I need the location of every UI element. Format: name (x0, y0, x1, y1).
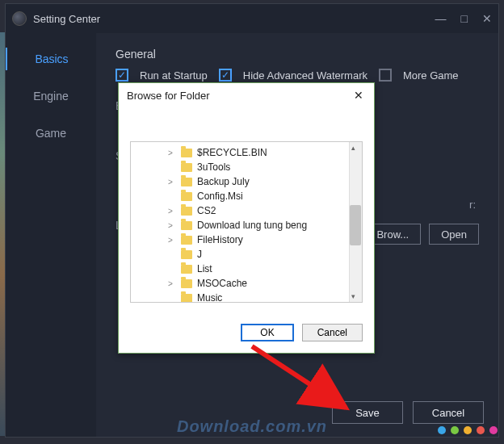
watermark-dots (438, 426, 498, 434)
folder-name: Backup July (197, 176, 250, 187)
dialog-ok-button[interactable]: OK (241, 324, 293, 341)
folder-row[interactable]: J (131, 247, 362, 262)
watermark-dot (438, 426, 446, 434)
maximize-button[interactable]: □ (461, 12, 468, 25)
sidebar: Basics Engine Game (6, 33, 96, 437)
folder-icon (181, 163, 192, 172)
watermark-dot (489, 426, 498, 434)
scrollbar-thumb[interactable] (350, 205, 361, 245)
path-fragment: r: (469, 199, 476, 211)
folder-row[interactable]: List (131, 262, 362, 276)
folder-name: Config.Msi (197, 191, 243, 202)
label-run-startup: Run at Startup (140, 69, 208, 82)
folder-icon (181, 279, 192, 288)
footer-buttons: Save Cancel (332, 401, 484, 424)
scroll-up-icon[interactable]: ▴ (351, 144, 359, 152)
watermark-dot (464, 426, 472, 434)
label-more-game: More Game (403, 69, 459, 82)
app-icon (12, 11, 27, 26)
folder-row[interactable]: >Backup July (131, 174, 362, 189)
general-options-row: ✓ Run at Startup ✓ Hide Advanced Waterma… (116, 69, 479, 82)
watermark: Download.com.vn (177, 417, 327, 436)
window-title: Setting Center (33, 13, 100, 25)
folder-name: J (197, 249, 202, 260)
save-button[interactable]: Save (332, 401, 403, 424)
sidebar-item-game[interactable]: Game (6, 122, 96, 145)
folder-row[interactable]: >Download lung tung beng (131, 218, 362, 232)
section-general: General (116, 48, 479, 61)
label-hide-watermark: Hide Advanced Watermark (243, 69, 368, 82)
folder-icon (181, 178, 192, 186)
folder-row[interactable]: >CS2 (131, 203, 362, 218)
folder-icon (181, 149, 192, 157)
close-button[interactable]: ✕ (482, 12, 492, 25)
folder-icon (181, 236, 192, 245)
chevron-right-icon[interactable]: > (168, 178, 176, 186)
dialog-titlebar: Browse for Folder ✕ (119, 83, 374, 107)
folder-row[interactable]: >FileHistory (131, 232, 362, 247)
folder-row[interactable]: >MSOCache (131, 276, 362, 291)
folder-name: Music (197, 292, 222, 303)
folder-name: FileHistory (197, 234, 243, 245)
dialog-cancel-button[interactable]: Cancel (302, 324, 363, 341)
watermark-dot (477, 426, 485, 434)
chevron-right-icon[interactable]: > (168, 149, 176, 157)
watermark-dot (451, 426, 459, 434)
folder-row[interactable]: Music (131, 291, 362, 303)
open-button[interactable]: Open (429, 224, 479, 245)
folder-name: Download lung tung beng (197, 220, 307, 231)
folder-icon (181, 207, 192, 216)
chevron-right-icon[interactable]: > (168, 236, 176, 245)
folder-name: MSOCache (197, 278, 247, 289)
dialog-title: Browse for Folder (127, 90, 210, 102)
window-controls: — □ ✕ (435, 12, 492, 25)
folder-tree[interactable]: >$RECYCLE.BIN3uTools>Backup JulyConfig.M… (130, 141, 363, 303)
dialog-close-icon[interactable]: ✕ (351, 88, 366, 103)
folder-icon (181, 221, 192, 230)
dialog-buttons: OK Cancel (241, 324, 363, 341)
chevron-right-icon[interactable]: > (168, 207, 176, 216)
folder-name: CS2 (197, 205, 216, 216)
chevron-right-icon[interactable]: > (168, 221, 176, 230)
scrollbar-track[interactable]: ▴ ▾ (349, 142, 362, 302)
folder-row[interactable]: Config.Msi (131, 189, 362, 203)
folder-name: $RECYCLE.BIN (197, 147, 267, 158)
folder-name: List (197, 263, 212, 274)
chevron-right-icon[interactable]: > (168, 279, 176, 288)
folder-icon (181, 294, 192, 303)
browse-folder-dialog: Browse for Folder ✕ >$RECYCLE.BIN3uTools… (118, 82, 375, 354)
folder-row[interactable]: 3uTools (131, 160, 362, 174)
scroll-down-icon[interactable]: ▾ (351, 292, 359, 300)
sidebar-item-basics[interactable]: Basics (6, 48, 96, 70)
folder-icon (181, 192, 192, 201)
cancel-button[interactable]: Cancel (413, 401, 484, 424)
folder-icon (181, 250, 192, 259)
checkbox-hide-watermark[interactable]: ✓ (219, 69, 232, 82)
titlebar: Setting Center — □ ✕ (6, 4, 498, 33)
sidebar-item-engine[interactable]: Engine (6, 85, 96, 107)
minimize-button[interactable]: — (435, 12, 447, 25)
checkbox-more-game[interactable]: ✓ (379, 69, 392, 82)
titlebar-brand: Setting Center (12, 11, 435, 26)
checkbox-run-startup[interactable]: ✓ (116, 69, 128, 82)
folder-name: 3uTools (197, 161, 230, 173)
path-buttons: Brow... Open (364, 224, 479, 245)
folder-row[interactable]: >$RECYCLE.BIN (131, 145, 362, 160)
folder-icon (181, 265, 192, 274)
